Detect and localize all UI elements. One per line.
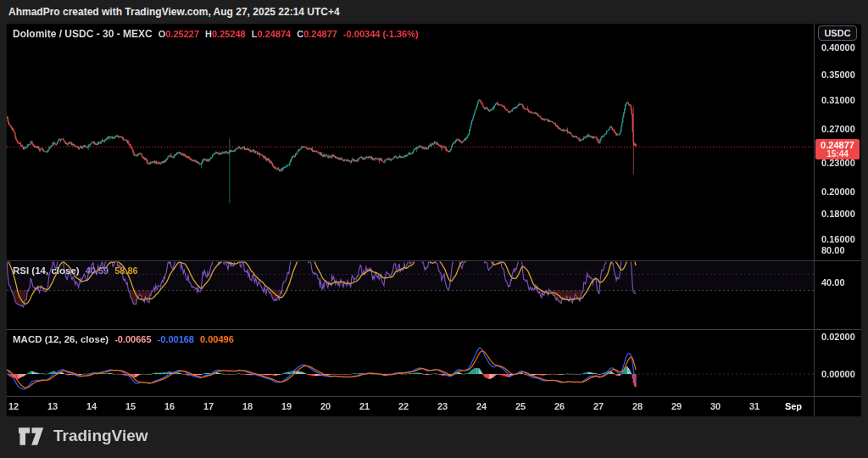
time-axis-label: 14 [79, 400, 104, 412]
price-axis-label: 0.40000 [821, 42, 855, 53]
time-axis-label: 30 [703, 400, 728, 412]
time-axis-label: 25 [508, 400, 533, 412]
time-axis-label: 12 [1, 400, 26, 412]
macd-axis-label: 0.00000 [821, 369, 855, 380]
rsi-title: RSI (14, close) [13, 265, 80, 276]
symbol-title: Dolomite / USDC - 30 - MEXC [13, 28, 153, 40]
ohlc-values: O0.25227H0.25248L0.24874C0.24877 [159, 29, 337, 39]
rsi-axis-label: 80.00 [821, 245, 845, 256]
time-axis-label: 15 [118, 400, 143, 412]
chart-frame: Dolomite / USDC - 30 - MEXC O0.25227H0.2… [7, 24, 861, 416]
price-axis-label: 0.18000 [821, 209, 855, 220]
tradingview-logo-icon [19, 427, 46, 445]
change-value: -0.00344 (-1.36%) [343, 29, 419, 39]
rsi-axis-label: 40.00 [821, 277, 845, 288]
tradingview-logo-text: TradingView [53, 427, 148, 445]
price-axis-label: 0.35000 [821, 70, 855, 81]
macd-legend[interactable]: MACD (12, 26, close) -0.00665 -0.00168 0… [13, 334, 234, 344]
time-axis-label: 16 [157, 400, 182, 412]
time-axis-label: 20 [313, 400, 338, 412]
time-axis-label: 24 [469, 400, 494, 412]
price-axis-label: 0.16000 [821, 234, 855, 245]
time-axis-label: 17 [196, 400, 221, 412]
footer: TradingView [0, 416, 868, 458]
price-axis[interactable]: USDC 0.24877 15:44 0.400000.350000.31000… [814, 24, 861, 416]
time-axis-label: 23 [430, 400, 455, 412]
time-axis-label: 31 [742, 400, 767, 412]
ohlc-item: H0.25248 [205, 29, 246, 39]
macd-hist-value: -0.00665 [114, 334, 151, 344]
ohlc-item: L0.24874 [252, 29, 292, 39]
time-axis-label: 28 [625, 400, 650, 412]
time-axis-label: 21 [352, 400, 377, 412]
ohlc-item: C0.24877 [297, 29, 337, 39]
rsi-ma-value: 58.86 [114, 265, 138, 276]
currency-button[interactable]: USDC [818, 25, 857, 41]
time-axis-label: 29 [664, 400, 689, 412]
time-axis-label: Sep [781, 400, 806, 412]
price-axis-label: 0.31000 [821, 95, 855, 106]
chart-canvas[interactable] [7, 24, 861, 416]
rsi-value: 40.59 [86, 265, 109, 276]
bar-countdown: 15:44 [815, 150, 860, 159]
last-price-label: 0.24877 15:44 [815, 139, 860, 159]
attribution-bar: AhmadPro created with TradingView.com, A… [0, 0, 868, 24]
time-axis-label: 19 [274, 400, 299, 412]
time-axis-label: 18 [235, 400, 260, 412]
time-axis-label: 27 [586, 400, 611, 412]
time-axis-label: 22 [391, 400, 416, 412]
time-axis-label: 26 [547, 400, 572, 412]
tradingview-logo[interactable]: TradingView [19, 427, 148, 445]
macd-signal-value: 0.00496 [200, 334, 234, 344]
price-axis-label: 0.20000 [821, 187, 855, 198]
attribution-text: AhmadPro created with TradingView.com, A… [8, 6, 340, 18]
rsi-legend[interactable]: RSI (14, close) 40.59 58.86 [13, 265, 138, 276]
price-axis-label: 0.27000 [821, 124, 855, 135]
ohlc-item: O0.25227 [159, 29, 199, 39]
symbol-legend[interactable]: Dolomite / USDC - 30 - MEXC O0.25227H0.2… [13, 28, 419, 40]
macd-axis-label: 0.02000 [821, 332, 855, 343]
macd-line-value: -0.00168 [158, 334, 194, 344]
time-axis-label: 13 [40, 400, 65, 412]
macd-title: MACD (12, 26, close) [13, 334, 108, 344]
